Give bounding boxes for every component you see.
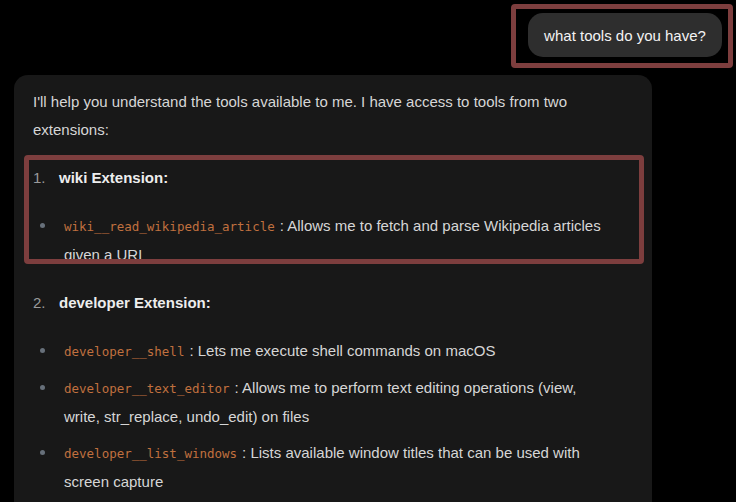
tool-code-name: developer__text_editor [64,381,230,396]
extension-title: wiki Extension: [59,164,168,192]
tool-description-line-2: screen capture [64,468,644,496]
extension-heading: 1. wiki Extension: [33,164,644,192]
extension-title: developer Extension: [59,289,211,317]
list-number: 2. [33,289,46,317]
tool-description-line-1: : Allows me to fetch and parse Wikipedia… [280,217,601,234]
tool-row-shell: developer__shell: Lets me execute shell … [33,337,644,366]
assistant-intro: I'll help you understand the tools avail… [33,88,644,144]
tool-code-name: developer__list_windows [64,446,237,461]
user-message-text: what tools do you have? [544,27,706,44]
extension-item-wiki: 1. wiki Extension: wiki__read_wikipedia_… [33,164,644,269]
extension-heading: 2. developer Extension: [33,289,644,317]
tool-row-screen-capture-clipped: developer__screen_capture: Captures a sc… [33,494,644,502]
bullet-icon [40,223,45,228]
tool-description-line-1: : Lets me execute shell commands on macO… [189,342,495,359]
tool-row-read-wikipedia-article: wiki__read_wikipedia_article: Allows me … [33,212,644,269]
bullet-icon [40,450,45,455]
tool-list-wiki: wiki__read_wikipedia_article: Allows me … [33,212,644,269]
bullet-icon [40,348,45,353]
tool-description-line-1: : Allows me to perform text editing oper… [235,379,577,396]
assistant-intro-line-2: extensions: [33,116,644,144]
assistant-message-panel: I'll help you understand the tools avail… [14,75,652,502]
tool-description-line-1: : Lists available window titles that can… [242,444,580,461]
tool-description-line-2: write, str_replace, undo_edit) on files [64,403,644,431]
tool-row-list-windows: developer__list_windows: Lists available… [33,439,644,496]
assistant-intro-line-1: I'll help you understand the tools avail… [33,88,644,116]
tool-code-name: wiki__read_wikipedia_article [64,219,275,234]
user-message-bubble: what tools do you have? [528,13,722,57]
extension-item-developer: 2. developer Extension: developer__shell… [33,289,644,502]
list-number: 1. [33,164,46,192]
tool-description-line-2: given a URL [64,241,644,269]
tool-code-name: developer__shell [64,344,184,359]
bullet-icon [40,385,45,390]
tool-list-developer: developer__shell: Lets me execute shell … [33,337,644,502]
tool-row-text-editor: developer__text_editor: Allows me to per… [33,374,644,431]
